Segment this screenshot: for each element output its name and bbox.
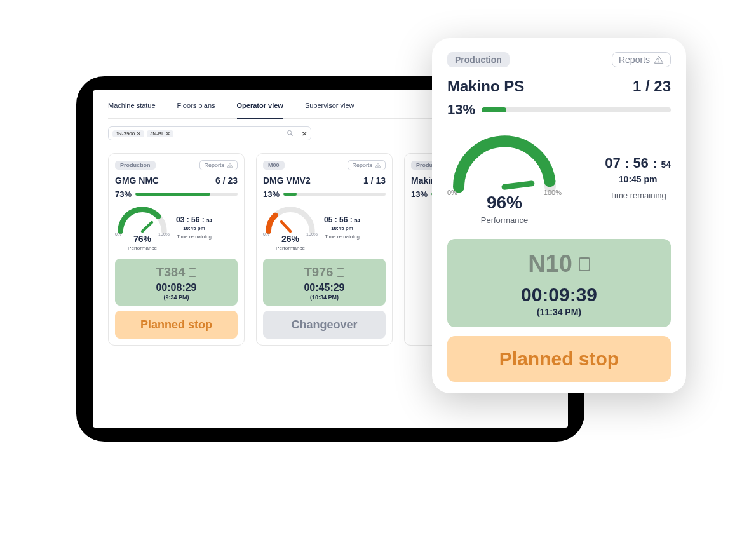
progress-bar: [283, 193, 386, 196]
divider: [299, 129, 299, 138]
performance-label: Performance: [115, 245, 170, 251]
time-sec: 54: [354, 218, 360, 224]
reports-button[interactable]: Reports: [612, 52, 671, 67]
gauge-icon: [447, 130, 562, 196]
svg-point-5: [378, 166, 379, 167]
gauge-arc: [459, 141, 550, 187]
job-code: T384: [156, 265, 186, 280]
progress-percent: 13%: [447, 102, 475, 118]
warning-icon: [654, 55, 664, 65]
reports-button[interactable]: Reports: [348, 160, 386, 170]
gauge-max: 100%: [544, 189, 562, 196]
job-time: 00:09:39: [454, 284, 665, 306]
status-button[interactable]: Planned stop: [447, 336, 671, 382]
machine-title: DMG VMV2: [263, 175, 311, 186]
search-input[interactable]: JN-3900 ✕ JN-BL ✕ ✕: [108, 126, 311, 140]
performance-gauge: 0%100% 96% Performance: [447, 130, 562, 225]
gauge-needle: [504, 184, 532, 187]
time-sub: 10:45 pm: [324, 226, 360, 231]
status-pill: Production: [447, 52, 510, 67]
time-remaining: 03 : 56 : 54 10:45 pm Time remaining: [176, 215, 212, 240]
gauge-min: 0%: [263, 232, 269, 236]
filter-chip[interactable]: JN-3900 ✕: [112, 130, 144, 137]
status-pill: Production: [115, 161, 156, 170]
gauge-max: 100%: [306, 232, 318, 236]
machine-card[interactable]: M00 Reports DMG VMV2 1 / 13 13%: [256, 153, 393, 346]
gauge-max: 100%: [158, 232, 170, 236]
machine-title: Makino PS: [447, 78, 524, 95]
machine-title: GMG NMC: [115, 175, 159, 186]
memo-icon: [579, 257, 590, 271]
gauge-needle: [142, 222, 152, 231]
progress-bar-fill: [283, 193, 297, 196]
job-box: T976 00:45:29 (10:34 PM): [263, 259, 386, 306]
machine-card[interactable]: Production Reports GMG NMC 6 / 23 73%: [108, 153, 245, 346]
time-label: Time remaining: [605, 191, 671, 200]
job-sub: (9:34 PM): [119, 294, 234, 301]
machine-count: 6 / 23: [215, 175, 238, 186]
progress-bar: [482, 107, 671, 112]
gauge-needle: [281, 222, 290, 231]
svg-line-1: [291, 133, 293, 135]
time-sec: 54: [661, 159, 671, 170]
filter-chip[interactable]: JN-BL ✕: [147, 130, 173, 137]
status-button[interactable]: Changeover: [263, 311, 386, 339]
close-icon[interactable]: ✕: [166, 131, 170, 137]
job-time: 00:08:29: [119, 282, 234, 294]
memo-icon: [337, 268, 344, 277]
reports-label: Reports: [619, 55, 650, 65]
close-icon[interactable]: ✕: [137, 131, 141, 137]
gauge-min: 0%: [115, 232, 121, 236]
tab-operator-view[interactable]: Operator view: [237, 102, 283, 119]
time-label: Time remaining: [176, 234, 212, 240]
performance-label: Performance: [263, 245, 318, 251]
job-sub: (11:34 PM): [454, 307, 665, 317]
time-remaining: 07 : 56 : 54 10:45 pm Time remaining: [605, 155, 671, 200]
tab-floors-plans[interactable]: Floors plans: [177, 102, 215, 113]
progress-bar-fill: [482, 107, 506, 112]
search-icon: [287, 130, 294, 138]
machine-count: 1 / 13: [363, 175, 386, 186]
time-main: 05 : 56 :: [324, 215, 353, 224]
warning-icon: [375, 162, 381, 168]
time-main: 07 : 56 :: [605, 155, 657, 171]
progress-percent: 13%: [411, 189, 428, 199]
reports-label: Reports: [352, 162, 372, 168]
time-sub: 10:45 pm: [605, 174, 671, 184]
job-code: N10: [528, 250, 572, 278]
time-main: 03 : 56 :: [176, 215, 205, 224]
reports-button[interactable]: Reports: [199, 160, 238, 170]
machine-count: 1 / 23: [633, 78, 671, 95]
tab-supervisor-view[interactable]: Supervisor view: [305, 102, 354, 113]
gauge-arc: [121, 210, 158, 231]
svg-point-3: [230, 166, 231, 167]
status-button[interactable]: Planned stop: [115, 311, 238, 339]
progress-percent: 13%: [263, 189, 280, 199]
progress-bar-fill: [135, 193, 210, 196]
svg-point-9: [658, 62, 659, 62]
gauge-min: 0%: [447, 189, 457, 196]
clear-icon[interactable]: ✕: [302, 130, 307, 137]
time-remaining: 05 : 56 : 54 10:45 pm Time remaining: [324, 215, 360, 240]
warning-icon: [227, 162, 233, 168]
progress-bar: [135, 193, 238, 196]
job-sub: (10:34 PM): [267, 294, 382, 301]
performance-gauge: 0%100% 26% Performance: [263, 204, 318, 251]
gauge-icon: [115, 204, 170, 236]
performance-label: Performance: [447, 215, 562, 225]
time-sec: 54: [206, 218, 212, 224]
performance-gauge: 0%100% 76% Performance: [115, 204, 170, 251]
status-pill: M00: [263, 161, 285, 170]
time-sub: 10:45 pm: [176, 226, 212, 231]
gauge-icon: [263, 204, 318, 236]
chip-label: JN-3900: [116, 131, 135, 137]
overlay-machine-card[interactable]: Production Reports Makino PS 1 / 23 13% …: [432, 38, 686, 393]
reports-label: Reports: [204, 162, 224, 168]
svg-point-0: [287, 130, 291, 134]
memo-icon: [189, 268, 196, 277]
progress-percent: 73%: [115, 189, 132, 199]
job-code: T976: [304, 265, 334, 280]
job-box: T384 00:08:29 (9:34 PM): [115, 259, 238, 306]
tab-machine-statue[interactable]: Machine statue: [108, 102, 156, 113]
gauge-arc: [269, 215, 276, 231]
